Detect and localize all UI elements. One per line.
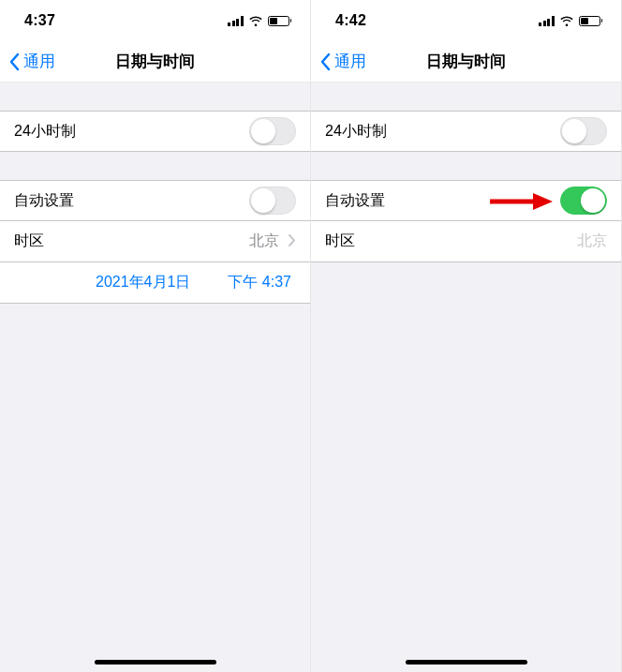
back-button[interactable]: 通用 (311, 51, 366, 72)
row-auto-label: 自动设置 (325, 191, 560, 211)
datetime-time[interactable]: 下午 4:37 (228, 273, 291, 292)
content-area (311, 262, 621, 672)
status-bar: 4:37 (0, 0, 310, 41)
back-label: 通用 (23, 51, 55, 72)
row-24h[interactable]: 24小时制 (311, 111, 621, 152)
content-area (0, 304, 310, 672)
signal-icon (228, 16, 244, 26)
switch-24h[interactable] (249, 117, 296, 145)
row-timezone[interactable]: 时区 北京 (0, 221, 310, 262)
row-auto[interactable]: 自动设置 (0, 180, 310, 221)
row-24h[interactable]: 24小时制 (0, 111, 310, 152)
wifi-icon (559, 15, 574, 26)
row-24h-label: 24小时制 (14, 122, 249, 142)
back-button[interactable]: 通用 (0, 51, 55, 72)
screen-left: 4:37 通用 日期与时间 24小时制 自动设置 时区 (0, 0, 311, 672)
switch-auto[interactable] (560, 187, 607, 215)
row-timezone: 时区 北京 (311, 221, 621, 262)
chevron-left-icon (319, 52, 331, 71)
status-right (228, 15, 291, 26)
chevron-right-icon (289, 233, 296, 250)
section-auto: 自动设置 时区 北京 2021年4月1日 下午 4:37 (0, 180, 310, 304)
nav-bar: 通用 日期与时间 (0, 41, 310, 82)
nav-bar: 通用 日期与时间 (311, 41, 621, 82)
status-time: 4:42 (335, 12, 366, 29)
row-datetime[interactable]: 2021年4月1日 下午 4:37 (0, 262, 310, 304)
row-tz-value: 北京 (249, 231, 279, 251)
chevron-left-icon (8, 52, 20, 71)
home-indicator[interactable] (95, 660, 216, 665)
row-tz-label: 时区 (14, 231, 249, 251)
section-auto: 自动设置 时区 北京 (311, 180, 621, 262)
datetime-date[interactable]: 2021年4月1日 (96, 273, 190, 292)
signal-icon (539, 16, 555, 26)
home-indicator[interactable] (406, 660, 527, 665)
section-24h: 24小时制 (311, 111, 621, 152)
row-tz-label: 时区 (325, 231, 577, 251)
wifi-icon (248, 15, 263, 26)
back-label: 通用 (334, 51, 366, 72)
row-auto[interactable]: 自动设置 (311, 180, 621, 221)
row-tz-value: 北京 (577, 231, 607, 251)
switch-auto[interactable] (249, 187, 296, 215)
row-24h-label: 24小时制 (325, 122, 560, 142)
battery-icon (268, 16, 292, 26)
switch-24h[interactable] (560, 117, 607, 145)
status-bar: 4:42 (311, 0, 621, 41)
row-auto-label: 自动设置 (14, 191, 249, 211)
status-right (539, 15, 602, 26)
screen-right: 4:42 通用 日期与时间 24小时制 自动设置 时区 (311, 0, 622, 672)
battery-icon (579, 16, 603, 26)
section-24h: 24小时制 (0, 111, 310, 152)
status-time: 4:37 (24, 12, 55, 29)
